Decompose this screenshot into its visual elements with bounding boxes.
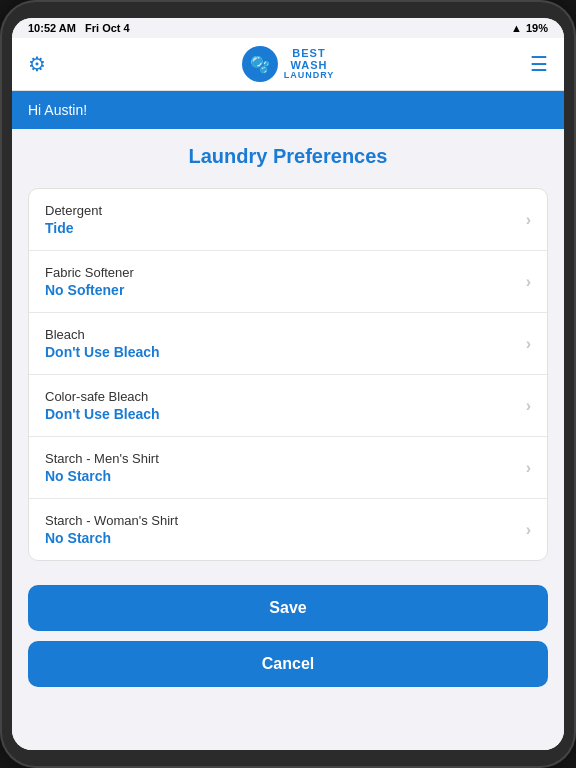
- chevron-right-icon: ›: [526, 335, 531, 353]
- pref-label: Detergent: [45, 203, 102, 218]
- status-bar: 10:52 AM Fri Oct 4 ▲ 19%: [12, 18, 564, 38]
- logo-laundry: LAUNDRY: [284, 71, 335, 81]
- status-right: ▲ 19%: [511, 22, 548, 34]
- greeting-text: Hi Austin!: [28, 102, 87, 118]
- content-area: Laundry Preferences DetergentTide›Fabric…: [12, 129, 564, 750]
- save-button[interactable]: Save: [28, 585, 548, 631]
- pref-value: No Starch: [45, 468, 159, 484]
- logo-icon: 🫧: [242, 46, 278, 82]
- pref-label: Bleach: [45, 327, 160, 342]
- pref-item[interactable]: DetergentTide›: [29, 189, 547, 251]
- pref-label: Color-safe Bleach: [45, 389, 160, 404]
- header-logo: 🫧 BEST WASH LAUNDRY: [242, 46, 335, 82]
- wifi-icon: ▲: [511, 22, 522, 34]
- pref-item[interactable]: Color-safe BleachDon't Use Bleach›: [29, 375, 547, 437]
- greeting-bar: Hi Austin!: [12, 91, 564, 129]
- logo-text: BEST WASH LAUNDRY: [284, 47, 335, 81]
- app-header: ⚙ 🫧 BEST WASH LAUNDRY ☰: [12, 38, 564, 91]
- page-title: Laundry Preferences: [28, 145, 548, 168]
- pref-value: Don't Use Bleach: [45, 406, 160, 422]
- pref-value: Don't Use Bleach: [45, 344, 160, 360]
- chevron-right-icon: ›: [526, 397, 531, 415]
- pref-value: Tide: [45, 220, 102, 236]
- logo-best: BEST: [284, 47, 335, 59]
- chevron-right-icon: ›: [526, 211, 531, 229]
- pref-value: No Softener: [45, 282, 134, 298]
- menu-icon[interactable]: ☰: [530, 52, 548, 76]
- battery-text: 19%: [526, 22, 548, 34]
- status-time: 10:52 AM Fri Oct 4: [28, 22, 130, 34]
- pref-label: Fabric Softener: [45, 265, 134, 280]
- pref-label: Starch - Men's Shirt: [45, 451, 159, 466]
- chevron-right-icon: ›: [526, 521, 531, 539]
- cancel-button[interactable]: Cancel: [28, 641, 548, 687]
- chevron-right-icon: ›: [526, 273, 531, 291]
- pref-item[interactable]: Starch - Men's ShirtNo Starch›: [29, 437, 547, 499]
- settings-icon[interactable]: ⚙: [28, 52, 46, 76]
- tablet-frame: 10:52 AM Fri Oct 4 ▲ 19% ⚙ 🫧 BEST WASH L…: [0, 0, 576, 768]
- pref-label: Starch - Woman's Shirt: [45, 513, 178, 528]
- pref-item[interactable]: Starch - Woman's ShirtNo Starch›: [29, 499, 547, 560]
- tablet-screen: 10:52 AM Fri Oct 4 ▲ 19% ⚙ 🫧 BEST WASH L…: [12, 18, 564, 750]
- chevron-right-icon: ›: [526, 459, 531, 477]
- pref-value: No Starch: [45, 530, 178, 546]
- pref-item[interactable]: BleachDon't Use Bleach›: [29, 313, 547, 375]
- pref-item[interactable]: Fabric SoftenerNo Softener›: [29, 251, 547, 313]
- prefs-list: DetergentTide›Fabric SoftenerNo Softener…: [28, 188, 548, 561]
